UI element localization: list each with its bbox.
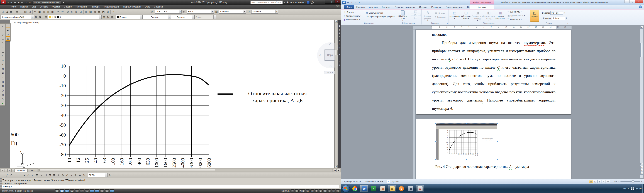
2gis-taskbar-button[interactable]: 2 (397, 185, 406, 192)
cut-button[interactable]: ✂ (33, 10, 38, 14)
combo-arrow-icon[interactable]: ▾ (211, 10, 214, 13)
zoom-slider[interactable] (620, 181, 640, 182)
contrast-button[interactable]: ◐Контрастность▾ (343, 14, 362, 18)
zoom-level[interactable]: 116% (612, 181, 618, 183)
embedded-figure[interactable]: 100-10-20-30-40-50-60-70-801016254063100… (436, 123, 497, 159)
new-file-button[interactable]: □ (6, 0, 10, 4)
qat-customize-icon[interactable]: ▾ (358, 1, 361, 4)
auto-annotation-scale-button[interactable]: A (310, 190, 314, 193)
insert-block-button[interactable]: ▤ (0, 67, 5, 71)
document-page-2[interactable]: 100-10-20-30-40-50-60-70-801016254063100… (416, 119, 571, 179)
selection-handle[interactable] (496, 159, 498, 160)
zoom-realtime-button[interactable]: ◎ (70, 10, 74, 14)
dim-style-manager-icon[interactable]: ✎ (108, 173, 112, 177)
save-button[interactable]: ▦ (13, 0, 17, 4)
hatch-button[interactable]: ▨ (0, 80, 5, 84)
explorer-taskbar-button[interactable]: ▤ (388, 185, 396, 192)
dim-style-combo[interactable]: SPDS▾ (187, 10, 214, 13)
block-editor-button[interactable]: ◨ (50, 10, 54, 14)
viewcube-south-label[interactable]: Ю (329, 64, 332, 68)
outline-button[interactable]: ≡ (602, 180, 606, 183)
repeat-icon[interactable]: ↷ (354, 1, 357, 4)
object-snap-tracking-button[interactable]: ╱ (80, 190, 84, 193)
scroll-thumb[interactable] (335, 50, 338, 55)
radius-dimension-button[interactable]: ◔ (18, 173, 22, 177)
previous-object-button[interactable]: ▲ (640, 166, 643, 169)
command-line-panel[interactable]: Точка растягивания или [Базовая точка/Ко… (0, 178, 341, 189)
nudge-shadow-left-button[interactable]: ◂ (411, 13, 414, 16)
plot-button[interactable]: ▤ (15, 10, 19, 14)
signin-label[interactable]: Вход в службы (290, 1, 304, 3)
selection-handle[interactable] (496, 123, 498, 124)
center-mark-button[interactable]: ⊕ (61, 173, 65, 177)
vertical-ruler[interactable] (413, 29, 416, 179)
tab-layout1[interactable]: Лист1 (27, 169, 38, 172)
my-workspace-icon[interactable]: ▣ (38, 15, 42, 19)
lineweight-combo[interactable]: Послою▾ (171, 15, 194, 19)
layer-color-chip[interactable] (57, 16, 59, 18)
quickcalc-button[interactable]: ⊞ (106, 10, 110, 14)
arc-button[interactable]: ◠ (0, 41, 5, 45)
position-button[interactable]: ▤Положение▾ (449, 10, 460, 22)
excel-taskbar-button[interactable]: X (370, 185, 378, 192)
match-properties-button[interactable]: ▥ (46, 10, 50, 14)
dimension-break-button[interactable]: ⊠ (52, 173, 56, 177)
minimize-button[interactable]: − (624, 0, 630, 3)
table-button[interactable]: ▦ (0, 92, 5, 97)
tool-palettes-button[interactable]: ▧ (93, 10, 97, 14)
coordinates-readout[interactable]: -307951.6251, -1.0351E+06, 0.0000 (1, 190, 48, 192)
restore-button[interactable]: ▢ (330, 0, 335, 3)
layer-properties-manager-icon[interactable]: ▤ (44, 15, 48, 19)
autocad-taskbar-button[interactable]: A (416, 185, 424, 192)
layer-states-icon[interactable]: ▦ (110, 15, 114, 19)
viewcube-north-label[interactable]: С (329, 43, 331, 46)
doc-close-button[interactable]: ✕ (338, 5, 340, 7)
toolbar-lock-button[interactable]: ▣ (319, 190, 322, 193)
chrome-taskbar-button[interactable] (351, 185, 359, 192)
combo-arrow-icon[interactable]: ▾ (275, 10, 278, 13)
open-button[interactable]: ◪ (5, 10, 9, 14)
quick-view-drawings-button[interactable]: ▥ (295, 190, 298, 193)
word-count[interactable]: Число слов: 13 903 (364, 181, 383, 183)
word-vertical-scrollbar[interactable]: ▲ ▼ ▲ ● ▼ (640, 25, 644, 178)
construction-line-button[interactable]: ∟ (0, 28, 5, 32)
spellcheck-icon[interactable]: ✓ (387, 180, 390, 183)
dynamic-input-button[interactable]: + (90, 190, 94, 193)
menu-Рисование[interactable]: Рисование (74, 5, 89, 9)
drawing-vertical-scrollbar[interactable]: ▲ ▼ (334, 20, 338, 168)
tab-Главная[interactable]: Главная (354, 5, 367, 9)
scroll-down-button[interactable]: ▼ (640, 163, 643, 165)
menu-Редактировать[interactable]: Редактировать (102, 5, 121, 9)
point-cloud-button[interactable]: ● (0, 101, 5, 105)
revision-cloud-button[interactable]: ☁ (0, 49, 5, 54)
redo-button[interactable]: ↷▾ (60, 10, 64, 14)
step-down-icon[interactable]: ▼ (564, 13, 565, 14)
tab-Разметка страницы[interactable]: Разметка страницы (392, 5, 417, 9)
dialog-launcher-icon[interactable]: ↘ (446, 22, 448, 24)
search-binoculars-icon[interactable]: ∞ (284, 1, 285, 3)
quick-properties-button[interactable]: ▣ (100, 190, 104, 193)
menu-Параметризация[interactable]: Параметризация (122, 5, 143, 9)
hidden-icons-button[interactable]: ▲ (628, 188, 629, 190)
toggle-shadow-button[interactable]: % (414, 13, 417, 16)
qat-overflow-button[interactable]: ▾ (62, 0, 65, 4)
draft-button[interactable]: ▭ (606, 180, 610, 183)
status-menu-button[interactable]: ▾ (332, 190, 336, 193)
menu-Файл[interactable]: Файл (9, 5, 18, 9)
isolate-objects-button[interactable]: ◉ (328, 190, 331, 193)
extend-button[interactable]: ⊢ (339, 57, 340, 59)
baseline-dimension-button[interactable]: ≡ (39, 173, 44, 177)
point-button[interactable]: · (0, 75, 5, 80)
combo-arrow-icon[interactable]: ▾ (243, 10, 246, 13)
combo-arrow-icon[interactable]: ▾ (140, 15, 142, 19)
text-style-combo[interactable]: GOST 2.304▾ (155, 10, 182, 13)
scroll-thumb[interactable] (640, 43, 643, 57)
last-tab-button[interactable]: » (12, 169, 15, 172)
nudge-shadow-up-button[interactable]: ▴ (414, 10, 417, 13)
dimension-text-edit-button[interactable]: А (78, 173, 82, 177)
lineweight-display-button[interactable]: ≡ (95, 190, 99, 193)
linetype-combo[interactable]: Послою▾ (142, 15, 171, 19)
doc-restore-button[interactable]: ▢ (336, 5, 338, 7)
linear-dimension-button[interactable]: ⊢ (0, 173, 5, 177)
document-page-1[interactable]: высокие. Приборы для измерения шума назы… (416, 30, 571, 114)
